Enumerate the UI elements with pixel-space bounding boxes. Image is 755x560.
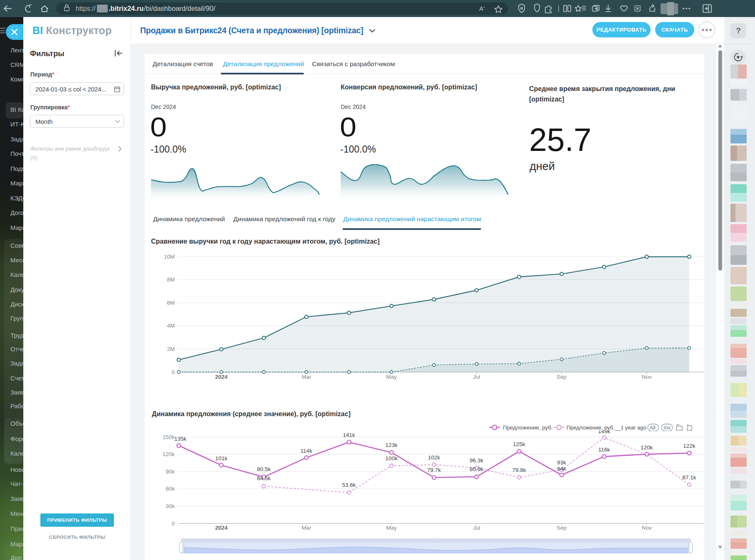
svg-text:Предложение, руб.__1 year ago: Предложение, руб.__1 year ago bbox=[567, 424, 646, 431]
svg-text:141k: 141k bbox=[343, 432, 355, 438]
svg-text:Sep: Sep bbox=[557, 525, 567, 531]
svg-text:30k: 30k bbox=[166, 503, 175, 509]
svg-text:Sep: Sep bbox=[557, 374, 567, 380]
svg-text:102k: 102k bbox=[428, 454, 441, 461]
svg-text:53.6k: 53.6k bbox=[342, 482, 356, 488]
svg-text:4M: 4M bbox=[167, 323, 175, 329]
svg-text:123k: 123k bbox=[385, 442, 398, 448]
svg-text:Mar: Mar bbox=[302, 374, 312, 380]
svg-text:116k: 116k bbox=[598, 447, 610, 453]
svg-text:80.5k: 80.5k bbox=[257, 466, 271, 472]
svg-text:135k: 135k bbox=[174, 436, 187, 442]
svg-text:0: 0 bbox=[171, 521, 175, 527]
svg-text:93k: 93k bbox=[557, 459, 566, 466]
svg-text:https://: https:// bbox=[76, 5, 96, 12]
svg-text:90k: 90k bbox=[166, 469, 175, 475]
svg-text:67.1k: 67.1k bbox=[682, 474, 696, 481]
svg-text:150k: 150k bbox=[163, 434, 175, 440]
svg-text:101k: 101k bbox=[215, 455, 228, 461]
svg-text:0: 0 bbox=[171, 369, 175, 375]
svg-text:84k: 84k bbox=[557, 466, 566, 472]
svg-text:60k: 60k bbox=[166, 486, 175, 492]
svg-text:Mar: Mar bbox=[302, 525, 312, 531]
svg-text:/bi/dashboard/detail/90/: /bi/dashboard/detail/90/ bbox=[144, 5, 215, 12]
svg-text:Jul: Jul bbox=[473, 374, 480, 380]
svg-text:79.8k: 79.8k bbox=[512, 467, 526, 473]
svg-text:80.9k: 80.9k bbox=[470, 466, 483, 472]
svg-text:122k: 122k bbox=[683, 443, 696, 449]
svg-text:Inv: Inv bbox=[663, 425, 671, 431]
svg-text:100k: 100k bbox=[385, 455, 398, 461]
svg-text:125k: 125k bbox=[513, 441, 525, 447]
svg-text:2M: 2M bbox=[167, 346, 175, 352]
svg-text:Предложение, руб.: Предложение, руб. bbox=[503, 424, 553, 431]
svg-text:96.3k: 96.3k bbox=[470, 457, 483, 464]
svg-text:.bitrix24.ru: .bitrix24.ru bbox=[109, 5, 144, 12]
svg-text:6M: 6M bbox=[167, 300, 175, 306]
svg-text:Nov: Nov bbox=[642, 525, 652, 531]
svg-text:Jul: Jul bbox=[473, 525, 480, 531]
svg-text:10M: 10M bbox=[164, 254, 175, 260]
svg-text:2024: 2024 bbox=[215, 525, 228, 531]
svg-text:2024: 2024 bbox=[215, 374, 228, 380]
svg-text:64.5k: 64.5k bbox=[257, 475, 271, 481]
svg-text:May: May bbox=[386, 374, 397, 380]
svg-text:114k: 114k bbox=[300, 448, 312, 454]
svg-text:Nov: Nov bbox=[642, 374, 652, 380]
svg-text:Aʹ: Aʹ bbox=[479, 5, 485, 12]
svg-text:All: All bbox=[650, 425, 656, 431]
svg-text:120k: 120k bbox=[163, 451, 175, 457]
svg-text:8M: 8M bbox=[167, 276, 175, 283]
svg-text:120k: 120k bbox=[641, 444, 653, 451]
svg-text:May: May bbox=[386, 525, 397, 531]
svg-text:79.7k: 79.7k bbox=[427, 467, 441, 473]
